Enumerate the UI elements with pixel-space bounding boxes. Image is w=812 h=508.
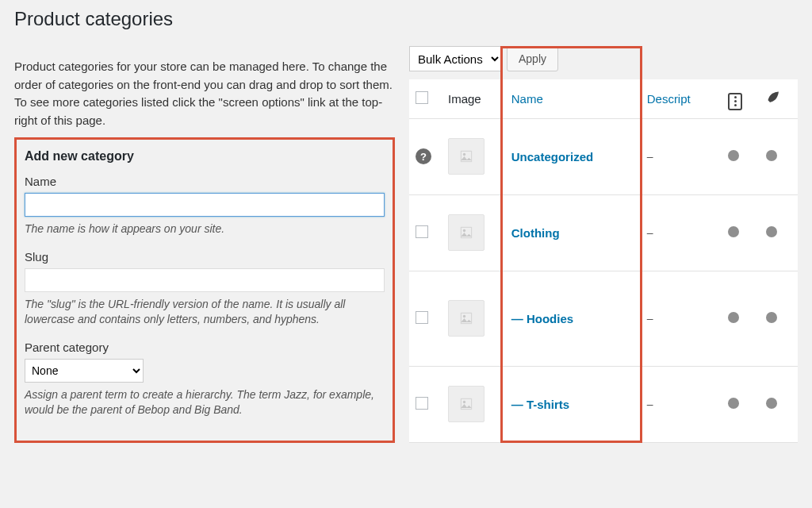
status-dot (766, 398, 777, 409)
col-header-description[interactable]: Descript (641, 79, 722, 118)
name-label: Name (25, 175, 385, 188)
feather-icon (766, 94, 782, 108)
col-header-image: Image (442, 79, 505, 118)
svg-point-3 (463, 401, 465, 403)
name-help: The name is how it appears on your site. (25, 221, 385, 237)
slug-label: Slug (25, 250, 385, 264)
category-thumbnail (448, 300, 485, 337)
category-thumbnail (448, 138, 485, 175)
table-row: — Hoodies– (409, 271, 798, 366)
col-header-name[interactable]: Name (505, 79, 641, 118)
row-checkbox[interactable] (416, 397, 428, 410)
apply-button[interactable]: Apply (507, 46, 558, 71)
row-checkbox[interactable] (416, 311, 428, 324)
category-thumbnail (448, 214, 485, 251)
intro-text: Product categories for your store can be… (14, 58, 395, 129)
status-dot (766, 150, 777, 161)
help-icon[interactable]: ? (416, 148, 431, 164)
select-all-checkbox[interactable] (416, 91, 428, 104)
status-dot (766, 226, 777, 237)
parent-help: Assign a parent term to create a hierarc… (25, 387, 385, 418)
category-name-link[interactable]: — T-shirts (511, 398, 569, 411)
status-dot (728, 312, 739, 323)
status-dot (728, 398, 739, 409)
add-category-form: Add new category Name The name is how it… (14, 137, 395, 443)
category-description: – (647, 312, 653, 325)
parent-select[interactable]: None (25, 359, 144, 383)
category-description: – (647, 398, 653, 410)
page-title: Product categories (14, 8, 798, 30)
row-checkbox[interactable] (416, 225, 428, 238)
category-name-link[interactable]: Uncategorized (511, 150, 593, 164)
parent-label: Parent category (25, 341, 385, 354)
table-row: Clothing– (409, 194, 798, 271)
svg-point-0 (463, 153, 465, 156)
svg-point-1 (463, 229, 465, 232)
slug-input[interactable] (25, 268, 385, 292)
status-dot (728, 226, 739, 237)
status-dot (728, 150, 739, 161)
categories-table: Image Name Descript ?Uncategorized–Cloth… (409, 79, 798, 443)
category-description: – (647, 150, 653, 163)
name-input[interactable] (25, 193, 385, 217)
svg-point-2 (463, 315, 465, 318)
category-description: – (647, 226, 653, 239)
category-name-link[interactable]: — Hoodies (511, 312, 573, 325)
table-row: — T-shirts– (409, 366, 798, 442)
table-row: ?Uncategorized– (409, 118, 798, 194)
category-thumbnail (448, 386, 485, 422)
status-dot (766, 312, 777, 323)
column-options-icon[interactable] (728, 93, 742, 110)
form-heading: Add new category (25, 149, 385, 164)
bulk-actions-select[interactable]: Bulk Actions (409, 46, 502, 71)
slug-help: The "slug" is the URL-friendly version o… (25, 297, 385, 328)
category-name-link[interactable]: Clothing (511, 226, 560, 240)
